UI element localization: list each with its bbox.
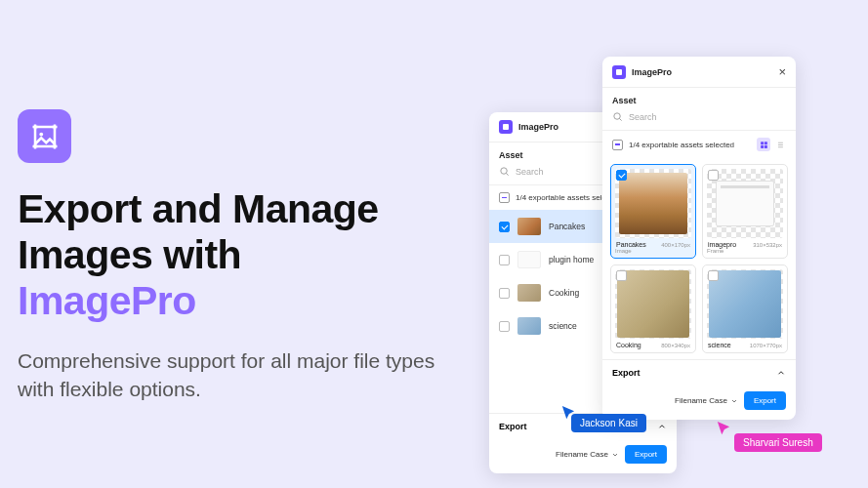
checkbox[interactable] [616,170,627,181]
checkbox[interactable] [499,288,510,299]
asset-label: Asset [602,88,796,111]
select-indeterminate[interactable] [612,140,623,150]
search-icon [499,166,510,177]
item-label: Pancakes [549,222,585,231]
svg-point-2 [501,168,507,174]
panel-title: ImagePro [632,67,672,77]
hero-subtitle: Comprehensive support for all major file… [18,347,437,403]
close-icon[interactable]: × [778,64,786,79]
collaborator-badge: Jackson Kasi [571,414,646,432]
selection-count: 1/4 exportable assets selected [629,141,734,149]
thumbnail [617,270,690,337]
export-button[interactable]: Export [625,445,667,464]
search-icon [612,111,623,122]
svg-rect-6 [761,144,764,147]
select-indeterminate[interactable] [499,192,510,203]
card-dimensions: 800×340px [661,343,690,348]
asset-card[interactable]: science 1070×770px [702,264,788,353]
item-label: plugin home [549,255,594,264]
thumbnail [709,270,782,337]
chevron-up-icon[interactable] [657,422,667,431]
export-label: Export [612,368,641,378]
thumbnail [619,173,687,235]
svg-rect-4 [761,142,764,144]
svg-rect-0 [35,127,55,146]
chevron-down-icon [730,397,738,405]
filename-case-dropdown[interactable]: Filename Case [675,396,738,405]
thumbnail [517,284,541,302]
checkbox[interactable] [616,270,627,281]
thumbnail [517,218,541,235]
checkbox[interactable] [708,170,719,181]
search-input[interactable] [629,112,786,122]
checkbox[interactable] [708,270,719,281]
asset-card[interactable]: imagepro 310×532px Frame [702,164,788,259]
item-label: science [549,321,577,331]
card-name: Cooking [616,342,641,348]
logo-icon [499,120,513,134]
thumbnail [517,317,541,335]
chevron-down-icon [611,451,619,459]
export-label: Export [499,422,527,431]
card-type: Frame [707,248,783,254]
grid-view-button[interactable] [757,138,770,151]
thumbnail [517,251,541,268]
card-name: imagepro [708,241,736,248]
chevron-up-icon[interactable] [776,368,786,378]
svg-rect-5 [764,142,766,144]
selection-count: 1/4 exportable assets sele [516,193,606,202]
card-type: Image [615,248,691,254]
filename-case-dropdown[interactable]: Filename Case [556,450,619,459]
plugin-panel-grid: ImagePro × Asset 1/4 exportable assets s… [602,57,796,420]
asset-card[interactable]: Cooking 800×340px [610,264,696,353]
asset-card[interactable]: Pancakes 400×170px Image [610,164,696,259]
item-label: Cooking [549,288,579,298]
svg-point-1 [39,132,43,136]
export-button[interactable]: Export [744,391,786,410]
list-view-button[interactable] [772,138,786,151]
checkbox[interactable] [499,255,510,265]
logo-icon [612,65,626,79]
checkbox[interactable] [499,222,510,232]
svg-rect-7 [764,144,766,147]
card-dimensions: 1070×770px [750,343,782,348]
thumbnail [716,181,773,226]
app-icon [18,109,71,163]
collaborator-badge: Sharvari Suresh [734,433,822,452]
svg-point-3 [614,113,620,119]
card-name: Pancakes [616,241,646,248]
hero-title: Export and Manage Images with ImagePro [18,186,437,324]
panel-title: ImagePro [518,122,558,132]
checkbox[interactable] [499,321,510,332]
card-name: science [708,342,731,348]
